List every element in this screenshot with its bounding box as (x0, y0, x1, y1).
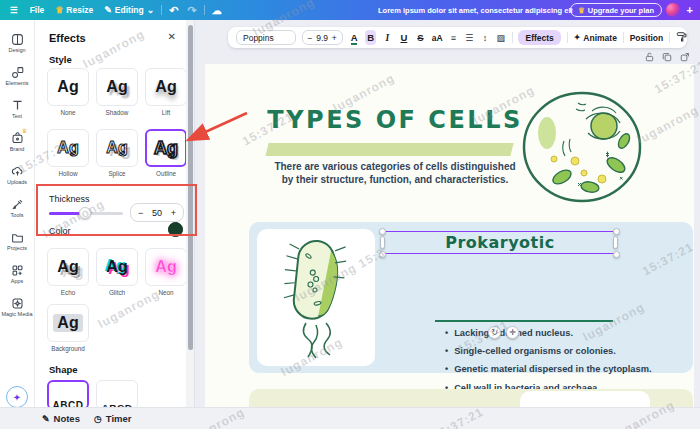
italic-button[interactable]: I (382, 33, 393, 43)
bullet-text: Genetic material dispersed in the cytopl… (454, 364, 651, 374)
shape-card-curved[interactable]: ABCD (96, 380, 138, 410)
tools-icon (11, 198, 24, 211)
effect-card-background[interactable]: Ag (47, 304, 89, 342)
outline-color-swatch[interactable] (168, 222, 183, 237)
selection-handle-bottom-right[interactable] (613, 251, 620, 258)
shape-card-straight-selected[interactable]: ABCD (47, 380, 89, 410)
font-size-increase[interactable]: + (332, 33, 337, 43)
sidebar-item-label: Brand (10, 146, 25, 152)
close-icon[interactable]: ✕ (168, 31, 176, 42)
unlock-icon[interactable] (645, 52, 654, 62)
sidebar-item-label: Uploads (7, 179, 27, 185)
sidebar-item-uploads[interactable]: Uploads (0, 158, 35, 191)
sidebar-item-projects[interactable]: Projects (0, 224, 35, 257)
sidebar-item-label: Elements (6, 80, 29, 86)
sparkle-icon: ✦ (13, 392, 21, 403)
selection-handle-top-left[interactable] (379, 228, 386, 235)
effect-card-splice[interactable]: Ag (96, 129, 138, 167)
alignment-button[interactable]: ≡ (449, 33, 459, 43)
prokaryotic-heading-textbox-selected[interactable]: Prokaryotic (383, 231, 617, 254)
selection-handle-bottom-left[interactable] (379, 251, 386, 258)
panel-scrollbar-thumb[interactable] (188, 25, 193, 350)
effect-card-shadow[interactable]: Ag (96, 68, 138, 106)
effect-card-glitch[interactable]: Ag (96, 248, 138, 286)
redo-button[interactable]: ↷ (187, 4, 196, 17)
increase-button[interactable]: + (171, 208, 176, 218)
bacteria-card[interactable] (257, 229, 375, 366)
font-size-stepper: − 9.9 + (302, 30, 343, 45)
expand-page-icon[interactable] (680, 52, 690, 62)
effect-card-lift[interactable]: Ag (145, 68, 187, 106)
shape-heading: Shape (49, 364, 78, 375)
sidebar-item-apps[interactable]: Apps (0, 257, 35, 290)
font-size-decrease[interactable]: − (308, 33, 313, 43)
decrease-button[interactable]: − (138, 208, 143, 218)
editing-mode-dropdown[interactable]: ✎ Editing ⌄ (104, 5, 154, 15)
spacing-button[interactable]: ↕ (480, 33, 490, 43)
duplicate-page-icon[interactable] (662, 52, 672, 62)
list-button[interactable]: ☰ (464, 33, 474, 43)
thickness-slider-handle[interactable] (79, 207, 91, 219)
font-selector[interactable]: Poppins (236, 30, 296, 45)
rotate-handle[interactable]: ↻ (488, 326, 501, 339)
position-button[interactable]: Position (630, 33, 664, 43)
sidebar-item-design[interactable]: Design (0, 26, 35, 59)
sidebar-item-magic-media[interactable]: Magic Media (0, 290, 35, 323)
underline-button[interactable]: U (399, 32, 410, 43)
text-color-button[interactable]: A (349, 32, 360, 43)
upgrade-plan-button[interactable]: ♛ Upgrade your plan (570, 3, 662, 17)
undo-button[interactable]: ↶ (169, 4, 178, 17)
sidebar-item-tools[interactable]: Tools (0, 191, 35, 224)
font-size-value[interactable]: 9.9 (316, 33, 328, 43)
strikethrough-button[interactable]: S (415, 32, 426, 43)
effect-label: Hollow (47, 170, 89, 177)
eukaryotic-section-partial[interactable] (249, 389, 693, 407)
avatar[interactable] (666, 3, 680, 17)
timer-button[interactable]: ◷ Timer (94, 413, 132, 424)
magic-assistant-button[interactable]: ✦ (6, 386, 28, 408)
effects-button-active[interactable]: Effects (518, 30, 560, 45)
section-card[interactable] (520, 391, 650, 407)
sidebar-item-brand[interactable]: ♛ Brand (0, 125, 35, 158)
cloud-save-status-icon: ☁ (212, 5, 222, 16)
design-page[interactable]: TYPES OF CELLS There are various categor… (205, 64, 694, 407)
sidebar-item-elements[interactable]: Elements (0, 59, 35, 92)
effect-card-echo[interactable]: Ag (47, 248, 89, 286)
thickness-value[interactable]: 50 (152, 208, 162, 218)
font-name: Poppins (243, 33, 274, 43)
selection-handle-top-right[interactable] (613, 228, 620, 235)
effect-sample: Ag (155, 258, 176, 276)
selection-handle-left[interactable] (380, 236, 385, 249)
move-icon: ✛ (509, 328, 516, 337)
animate-button[interactable]: ✦ Animate (574, 33, 617, 43)
title-highlight-bar[interactable] (265, 143, 513, 156)
upgrade-label: Upgrade your plan (588, 6, 654, 15)
move-handle[interactable]: ✛ (506, 326, 519, 339)
effect-sample: Ag (57, 139, 78, 157)
effect-label: Neon (145, 289, 187, 296)
bullet-dot: • (445, 364, 448, 374)
copy-style-button[interactable] (676, 31, 687, 44)
prokaryotic-section[interactable]: Prokaryotic •Lacking a defined nucleus. … (249, 222, 693, 373)
resize-button[interactable]: ♛ Resize (55, 5, 93, 15)
effect-card-neon[interactable]: Ag (145, 248, 187, 286)
effect-sample: Ag (154, 138, 178, 159)
bold-button[interactable]: B (365, 30, 376, 45)
effect-sample: Ag (53, 314, 82, 332)
effect-card-none[interactable]: Ag (47, 68, 89, 106)
effect-card-hollow[interactable]: Ag (47, 129, 89, 167)
sidebar-item-text[interactable]: Text (0, 92, 35, 125)
selection-handle-right[interactable] (613, 236, 618, 249)
add-member-button[interactable]: + (687, 4, 693, 16)
effect-label: Echo (47, 289, 89, 296)
notes-button[interactable]: ✎ Notes (42, 413, 80, 424)
uploads-icon (11, 165, 24, 178)
document-title[interactable]: Lorem ipsum dolor sit amet, consectetur … (378, 6, 573, 15)
effect-card-outline-selected[interactable]: Ag (145, 129, 187, 167)
cell-illustration[interactable] (520, 89, 644, 209)
file-menu[interactable]: File (30, 5, 45, 15)
crown-icon: ♛ (22, 127, 27, 134)
text-case-button[interactable]: aA (432, 33, 443, 43)
hamburger-menu-icon[interactable]: ☰ (10, 5, 18, 15)
transparency-button[interactable]: ▨ (496, 33, 506, 43)
